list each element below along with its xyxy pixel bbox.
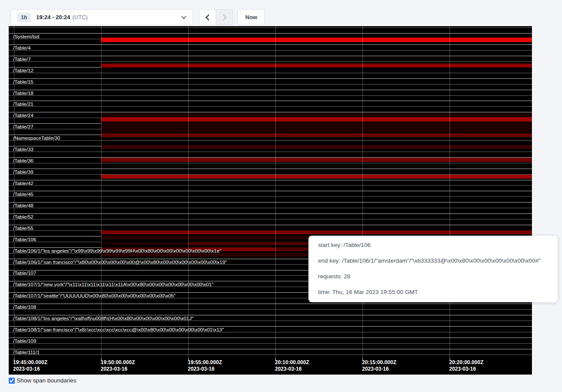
span-boundary-line: [9, 180, 532, 180]
span-boundary-line: [9, 213, 532, 214]
span-boundary-line: [9, 106, 532, 107]
heat-band[interactable]: [101, 122, 532, 132]
heat-band[interactable]: [101, 133, 532, 137]
row-label: /Table/48: [13, 203, 34, 208]
row-label: /Table/4: [13, 45, 30, 51]
span-boundary-line: [9, 219, 532, 220]
span-boundary-line: [9, 163, 532, 163]
time-nav-group: [199, 9, 233, 25]
row-label: /Table/33: [13, 147, 34, 152]
row-label: /NamespaceTable/30: [13, 135, 60, 141]
heat-band[interactable]: [275, 247, 308, 251]
now-button[interactable]: Now: [237, 9, 265, 25]
time-range-duration-badge: 1h: [17, 13, 31, 22]
row-label: /Table/42: [13, 181, 34, 186]
row-label: /Table/106: [13, 237, 36, 242]
span-boundary-line: [9, 61, 532, 62]
row-label: /Table/24: [13, 113, 34, 118]
heat-band[interactable]: [101, 64, 532, 68]
time-gridline: [188, 26, 189, 358]
row-label: /Table/111/1: [13, 350, 40, 355]
time-range-text: 19:24 - 20:24: [36, 14, 70, 20]
tooltip-time: time: Thu, 16 Mar 2023 19:55:00 GMT: [318, 284, 548, 300]
span-boundary-line: [9, 90, 532, 90]
span-boundary-line: [9, 343, 532, 344]
span-boundary-line: [9, 349, 532, 349]
row-label: /Table/52: [13, 214, 34, 220]
heat-band[interactable]: [101, 145, 532, 149]
heat-band[interactable]: [101, 230, 532, 235]
span-boundary-line: [9, 326, 532, 327]
heat-band[interactable]: [188, 242, 308, 245]
next-interval-button[interactable]: [216, 9, 233, 25]
row-label: /Table/107/1/"new york"/"\x11\x11\x11\x1…: [13, 282, 213, 287]
span-boundary-line: [9, 208, 532, 208]
row-label: /Table/36: [13, 158, 34, 163]
span-boundary-line: [9, 338, 532, 338]
row-label: /Table/106/1/"los angeles"/"\x99\x99\x99…: [13, 248, 221, 253]
time-range-selector[interactable]: 1h 19:24 - 20:24 (UTC): [10, 9, 193, 25]
span-boundary-line: [9, 101, 532, 101]
span-boundary-line: [9, 140, 532, 141]
span-boundary-line: [9, 196, 532, 197]
row-label: /Table/27: [13, 124, 34, 129]
axis-tick-label: 19:55:00.000Z2023-03-16: [188, 359, 222, 372]
time-gridline: [450, 26, 450, 358]
axis-tick-label: 20:15:00.000Z2023-03-16: [362, 359, 396, 372]
row-label: /Table/21: [13, 101, 34, 107]
axis-tick-label: 20:10:00.000Z2023-03-16: [275, 359, 309, 372]
row-label: /Table/12: [13, 68, 34, 73]
chevron-right-icon: [220, 14, 227, 20]
axis-tick-label: 19:50:00.000Z2023-03-16: [101, 359, 135, 372]
tooltip-requests: requests: 28: [318, 269, 548, 284]
span-boundary-line: [9, 95, 532, 96]
span-boundary-line: [9, 27, 532, 28]
row-label: /Table/108: [13, 304, 36, 310]
tooltip-start-key: start key: /Table/106: [318, 237, 548, 253]
span-boundary-line: [9, 33, 532, 34]
row-label: /Table/55: [13, 226, 34, 231]
span-boundary-line: [9, 56, 532, 56]
span-boundary-line: [9, 202, 532, 203]
row-label: /System/tsd: [13, 34, 39, 39]
span-boundary-line: [9, 185, 532, 186]
heat-band[interactable]: [101, 242, 188, 245]
time-gridline: [101, 26, 102, 358]
heat-band[interactable]: [101, 37, 532, 42]
row-label: /Table/107/1/"seattle"/"UUUUUUD\x00\x80\…: [13, 293, 176, 298]
show-span-boundaries-label[interactable]: Show span boundaries: [17, 377, 76, 384]
span-boundary-line: [9, 355, 532, 355]
span-boundary-line: [9, 225, 532, 225]
row-label: /Table/15: [13, 79, 34, 84]
heat-band[interactable]: [101, 117, 532, 122]
span-boundary-line: [9, 44, 532, 45]
time-gridline: [362, 26, 363, 358]
span-boundary-line: [9, 73, 532, 73]
axis-tick-label: 19:45:00.000Z2023-03-16: [13, 359, 47, 372]
previous-interval-button[interactable]: [199, 9, 216, 25]
span-boundary-line: [9, 309, 532, 310]
axis-tick-label: 20:20:00.000Z2023-03-16: [449, 359, 484, 372]
row-label: /Table/45: [13, 192, 34, 197]
span-tooltip: start key: /Table/106 end key: /Table/10…: [308, 236, 558, 302]
span-boundary-line: [9, 304, 532, 304]
row-label: /Table/108/1/"los angeles"/"\xa8\xf5\u00…: [13, 316, 193, 321]
row-label: /Table/108/1/"san francisco"/"\x8c\xcc\x…: [13, 327, 224, 332]
row-label: /Table/18: [13, 91, 34, 96]
heat-band[interactable]: [101, 113, 532, 117]
row-label: /Table/39: [13, 169, 34, 175]
chevron-left-icon: [205, 14, 211, 20]
span-boundary-line: [9, 84, 532, 84]
show-span-boundaries-checkbox[interactable]: [9, 378, 15, 384]
span-boundary-line: [9, 50, 532, 51]
time-gridline: [275, 26, 276, 358]
show-span-boundaries-control: Show span boundaries: [9, 377, 76, 384]
time-range-zone: (UTC): [72, 14, 88, 20]
span-boundary-line: [9, 169, 532, 169]
heat-band[interactable]: [101, 175, 532, 179]
span-boundary-line: [9, 191, 532, 191]
heat-band[interactable]: [101, 158, 532, 162]
row-label: /Table/106/1/"san francisco"/"\x80\x00\x…: [13, 260, 227, 265]
key-visualizer-heatmap[interactable]: /System/tsd/Table/4/Table/7/Table/12/Tab…: [9, 26, 532, 375]
span-boundary-line: [9, 152, 532, 152]
